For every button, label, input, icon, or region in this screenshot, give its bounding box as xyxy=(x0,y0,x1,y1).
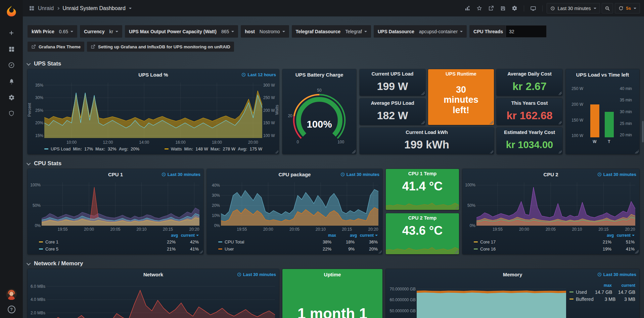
panel-resize-handle[interactable] xyxy=(455,206,458,209)
panel-title[interactable]: Memory xyxy=(503,272,522,277)
chart-plot-area[interactable] xyxy=(46,282,275,318)
legend-col-header[interactable]: current xyxy=(612,283,635,288)
panel-resize-handle[interactable] xyxy=(352,150,356,153)
variable-value-dropdown[interactable]: 865 xyxy=(221,29,234,34)
panel-title[interactable]: CPU 2 xyxy=(543,172,558,177)
panel-resize-handle[interactable] xyxy=(490,121,493,124)
panel-resize-handle[interactable] xyxy=(199,250,203,254)
chart-plot-area[interactable] xyxy=(42,182,199,226)
panel-resize-handle[interactable] xyxy=(378,250,382,254)
sidebar-item-dashboards[interactable] xyxy=(0,41,23,57)
dashboard-link-plex-theme[interactable]: Grafana Plex Theme xyxy=(28,42,84,52)
legend-col-header[interactable]: current xyxy=(614,233,635,238)
legend-col-header[interactable]: current xyxy=(357,233,378,238)
legend-series-name[interactable]: User xyxy=(225,246,234,252)
page-scrollbar[interactable] xyxy=(642,20,644,317)
cpu2-chart[interactable]: 100%50%0%19:5520:0020:0520:1020:1520:20 xyxy=(462,180,639,232)
variable-value-dropdown[interactable]: kr xyxy=(109,29,118,34)
legend-series-name[interactable]: Core 17 xyxy=(480,239,496,244)
panel-resize-handle[interactable] xyxy=(558,121,562,124)
panel-title[interactable]: CPU 1 xyxy=(108,172,123,177)
panel-resize-handle[interactable] xyxy=(635,250,639,254)
breadcrumb-folder[interactable]: Unraid xyxy=(38,5,54,11)
legend-col-header[interactable]: current xyxy=(178,233,199,238)
legend-series-name[interactable]: Watts xyxy=(171,146,182,151)
section-ups-stats[interactable]: UPS Stats xyxy=(28,58,639,69)
add-panel-button[interactable] xyxy=(463,3,473,13)
panel-resize-handle[interactable] xyxy=(558,91,562,95)
panel-title[interactable]: Average Daily Cost xyxy=(507,71,552,77)
variable-value-dropdown[interactable]: 0.65 xyxy=(59,29,73,34)
panel-title[interactable]: Average PSU Load xyxy=(371,100,414,106)
legend-series-name[interactable]: Core 1 xyxy=(45,239,58,244)
panel-title[interactable]: Current Load kWh xyxy=(406,130,448,135)
variable-value-dropdown[interactable]: apcupsd-container xyxy=(419,29,463,34)
sidebar-item-server-admin[interactable] xyxy=(0,105,23,122)
legend-col-header[interactable]: max xyxy=(315,233,336,238)
ups-load-chart[interactable]: 35%30%25%20%15%300 W250 W200 W150 W100 W… xyxy=(28,80,279,145)
panel-title[interactable]: Network xyxy=(143,272,163,277)
cpu-threads-input[interactable] xyxy=(506,25,547,38)
panel-title[interactable]: CPU 1 Temp xyxy=(408,171,436,176)
sidebar-item-explore[interactable] xyxy=(0,57,23,73)
panel-title[interactable]: Estimated Yearly Cost xyxy=(504,130,555,135)
chart-plot-area[interactable] xyxy=(386,240,459,254)
share-button[interactable] xyxy=(486,3,496,13)
memory-chart[interactable]: 70.000000 GB60.000000 GB50.000000 GB xyxy=(386,280,569,318)
panel-resize-handle[interactable] xyxy=(275,150,278,153)
save-button[interactable] xyxy=(498,3,508,13)
panel-title[interactable]: UPS Battery Charge xyxy=(295,72,343,78)
legend-series-name[interactable]: Buffered xyxy=(576,297,594,302)
panel-title[interactable]: Uptime xyxy=(324,272,341,277)
sidebar-item-alerting[interactable] xyxy=(0,73,23,89)
chart-plot-area[interactable] xyxy=(417,282,566,318)
help-icon[interactable]: ? xyxy=(8,306,15,313)
legend-col-header[interactable]: avg xyxy=(336,233,357,238)
sidebar-item-configuration[interactable] xyxy=(0,89,23,105)
panel-title[interactable]: Current UPS Load xyxy=(372,71,414,77)
time-range-picker[interactable]: Last 30 minutes xyxy=(547,3,600,13)
variable-value-dropdown[interactable]: Telegraf xyxy=(345,29,367,34)
sidebar-item-create[interactable] xyxy=(0,25,23,41)
panel-resize-handle[interactable] xyxy=(490,150,493,153)
legend-series-name[interactable]: Core 5 xyxy=(45,246,58,252)
panel-resize-handle[interactable] xyxy=(455,250,458,254)
title-caret-icon[interactable] xyxy=(129,8,132,9)
panel-resize-handle[interactable] xyxy=(421,121,425,124)
legend-series-name[interactable]: Core 16 xyxy=(480,246,496,252)
dashboard-settings-button[interactable] xyxy=(510,3,520,13)
panel-resize-handle[interactable] xyxy=(421,91,425,95)
section-cpu-stats[interactable]: CPU Stats xyxy=(28,158,639,169)
favorite-button[interactable] xyxy=(474,3,485,13)
panel-title[interactable]: CPU 2 Temp xyxy=(408,215,436,221)
legend-col-header[interactable]: max xyxy=(588,283,612,288)
panel-resize-handle[interactable] xyxy=(558,150,562,153)
dashboard-link-ups-guide[interactable]: Setting up Grafana and InfluxDB for UPS … xyxy=(87,42,234,52)
panel-title[interactable]: UPS Load vs Time left xyxy=(576,72,629,78)
chart-plot-area[interactable] xyxy=(221,182,378,226)
network-chart[interactable]: 6.0 MBs4.0 MBs2.0 MBs xyxy=(28,280,279,318)
variable-value-dropdown[interactable]: Nostromo xyxy=(260,29,285,34)
grafana-logo[interactable] xyxy=(4,3,19,19)
cpu1-chart[interactable]: 100%50%0%19:5520:0020:0520:1020:1520:20 xyxy=(28,180,203,232)
section-network-memory[interactable]: Network / Memory xyxy=(28,258,639,269)
legend-col-header[interactable]: avg xyxy=(593,233,614,238)
chart-plot-area[interactable] xyxy=(476,182,635,226)
chart-plot-area[interactable] xyxy=(386,196,459,210)
panel-title[interactable]: UPS Runtime xyxy=(446,71,476,77)
refresh-picker[interactable]: 5s xyxy=(615,3,640,13)
panel-title[interactable]: UPS Load % xyxy=(138,72,168,78)
panel-resize-handle[interactable] xyxy=(635,150,639,153)
legend-series-name[interactable]: CPU Total xyxy=(225,239,244,244)
cycle-view-mode-button[interactable] xyxy=(528,3,538,13)
legend-col-header[interactable]: avg xyxy=(157,233,178,238)
panel-title[interactable]: This Years Cost xyxy=(511,100,548,106)
user-avatar[interactable] xyxy=(0,288,23,300)
panel-title[interactable]: CPU package xyxy=(279,172,311,177)
chart-plot-area[interactable] xyxy=(44,83,262,138)
dashboard-title[interactable]: Unraid System Dashboard xyxy=(62,5,126,11)
scrollbar-thumb[interactable] xyxy=(642,121,644,142)
cpu-package-chart[interactable]: 40%30%20%10%0%19:5520:0020:0520:1020:152… xyxy=(207,180,382,232)
legend-series-name[interactable]: UPS Load xyxy=(51,146,71,151)
legend-series-name[interactable]: Used xyxy=(576,289,587,295)
